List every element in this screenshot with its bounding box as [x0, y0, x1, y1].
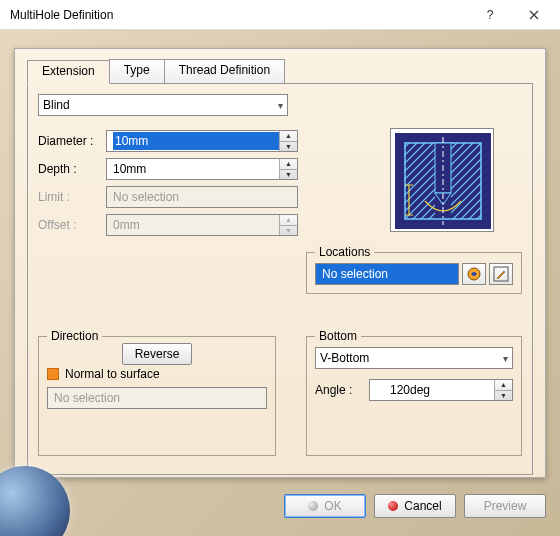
- direction-selection-input: No selection: [47, 387, 267, 409]
- locations-field[interactable]: No selection: [315, 263, 459, 285]
- tab-body-extension: Blind ▾: [27, 83, 533, 475]
- sketch-icon: [466, 266, 482, 282]
- cancel-button[interactable]: Cancel: [374, 494, 456, 518]
- close-button[interactable]: [512, 0, 556, 30]
- ok-dot-icon: [308, 501, 318, 511]
- offset-spinner: ▲▼: [279, 215, 297, 235]
- locations-title: Locations: [315, 245, 374, 259]
- depth-label: Depth :: [38, 162, 106, 176]
- hole-type-value: Blind: [43, 98, 70, 112]
- diameter-label: Diameter :: [38, 134, 106, 148]
- bottom-type-dropdown[interactable]: V-Bottom ▾: [315, 347, 513, 369]
- locations-sketch-button[interactable]: [462, 263, 486, 285]
- chevron-down-icon: ▾: [278, 100, 283, 111]
- help-button[interactable]: ?: [468, 0, 512, 30]
- ok-button[interactable]: OK: [284, 494, 366, 518]
- tab-thread[interactable]: Thread Definition: [164, 59, 285, 83]
- diameter-input[interactable]: 10mm ▲▼: [106, 130, 298, 152]
- tab-extension[interactable]: Extension: [27, 60, 110, 84]
- dialog-footer: OK Cancel Preview: [14, 490, 546, 522]
- normal-to-surface-checkbox[interactable]: [47, 368, 59, 380]
- bottom-title: Bottom: [315, 329, 361, 343]
- angle-spinner[interactable]: ▲▼: [494, 380, 512, 400]
- svg-rect-3: [451, 143, 481, 219]
- depth-input[interactable]: 10mm ▲▼: [106, 158, 298, 180]
- limit-input: No selection: [106, 186, 298, 208]
- chevron-down-icon: ▾: [503, 353, 508, 364]
- offset-input: 0mm ▲▼: [106, 214, 298, 236]
- locations-edit-button[interactable]: [489, 263, 513, 285]
- limit-label: Limit :: [38, 190, 106, 204]
- titlebar: MultiHole Definition ?: [0, 0, 560, 30]
- hole-type-dropdown[interactable]: Blind ▾: [38, 94, 288, 116]
- close-icon: [529, 10, 539, 20]
- preview-button[interactable]: Preview: [464, 494, 546, 518]
- diameter-spinner[interactable]: ▲▼: [279, 131, 297, 151]
- angle-input[interactable]: 120deg ▲▼: [369, 379, 513, 401]
- tab-type[interactable]: Type: [109, 59, 165, 83]
- pencil-icon: [493, 266, 509, 282]
- depth-spinner[interactable]: ▲▼: [279, 159, 297, 179]
- cancel-dot-icon: [388, 501, 398, 511]
- window-title: MultiHole Definition: [10, 8, 468, 22]
- tab-strip: Extension Type Thread Definition: [27, 59, 533, 83]
- dialog-panel: Extension Type Thread Definition Blind ▾: [14, 48, 546, 478]
- offset-label: Offset :: [38, 218, 106, 232]
- direction-title: Direction: [47, 329, 102, 343]
- reverse-button[interactable]: Reverse: [122, 343, 193, 365]
- normal-to-surface-label: Normal to surface: [65, 367, 160, 381]
- angle-label: Angle :: [315, 383, 369, 397]
- hole-preview-graphic: [390, 128, 494, 232]
